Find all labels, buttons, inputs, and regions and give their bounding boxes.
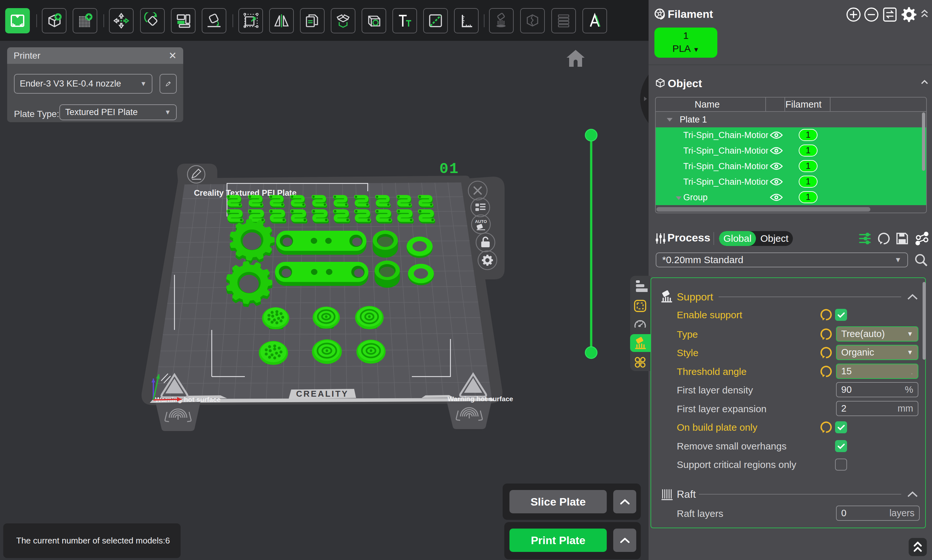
svg-text:Warning hot surface: Warning hot surface bbox=[448, 395, 513, 403]
svg-text:CREALITY: CREALITY bbox=[296, 389, 349, 398]
svg-text:AUTO: AUTO bbox=[475, 219, 487, 224]
